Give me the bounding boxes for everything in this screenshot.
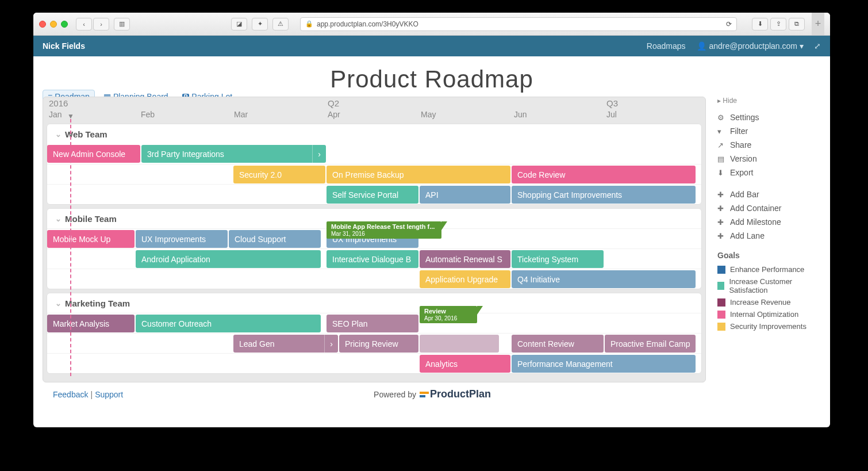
minimize-window-icon[interactable] [50, 21, 57, 28]
milestone-review[interactable]: ReviewApr 30, 2016 [420, 306, 477, 323]
lane-header[interactable]: ⌄Marketing Team [47, 293, 701, 313]
bar-proactive-email[interactable]: Proactive Email Camp [605, 335, 696, 353]
share-icon: ↗ [717, 141, 725, 150]
back-button[interactable]: ‹ [76, 18, 92, 30]
fullscreen-icon[interactable]: ⤢ [814, 41, 821, 51]
bar-market-analysis[interactable]: Market Analysis [47, 315, 135, 332]
bar-content-review[interactable]: Content Review [512, 335, 604, 353]
bar-spacer [420, 335, 499, 353]
bar-performance-mgmt[interactable]: Performance Management [512, 355, 696, 373]
goal-item[interactable]: Internal Optimization [717, 308, 821, 320]
tabs-icon[interactable]: ⧉ [789, 18, 805, 30]
month-label: Jan [49, 110, 62, 119]
bar-security-2[interactable]: Security 2.0 [233, 166, 325, 183]
filter-link[interactable]: ▾Filter [717, 124, 821, 138]
add-container-link[interactable]: ✚Add Container [717, 201, 821, 215]
close-window-icon[interactable] [39, 21, 46, 28]
bar-lead-gen[interactable]: Lead Gen› [233, 335, 338, 353]
bar-ux-improvements-1[interactable]: UX Improvements [136, 230, 228, 248]
timeline: 2016 Q2 Q3 Jan Feb Mar Apr May Jun Jul ⌄… [43, 97, 706, 382]
bar-mobile-mock-up[interactable]: Mobile Mock Up [47, 230, 135, 248]
share-icon[interactable]: ⇪ [770, 18, 786, 30]
forward-button[interactable]: › [93, 18, 109, 30]
chevron-right-icon: › [324, 335, 338, 353]
user-icon: 👤 [697, 41, 706, 51]
bar-application-upgrade[interactable]: Application Upgrade [420, 270, 510, 288]
bar-api[interactable]: API [420, 186, 510, 204]
bar-cloud-support[interactable]: Cloud Support [229, 230, 321, 248]
goal-item[interactable]: Increase Customer Satisfaction [717, 275, 821, 296]
quarter-label: Q3 [606, 98, 618, 108]
timeline-header: 2016 Q2 Q3 Jan Feb Mar Apr May Jun Jul [43, 97, 705, 122]
bar-android-app[interactable]: Android Application [136, 250, 321, 268]
hide-panel-link[interactable]: ▸ Hide [717, 97, 821, 105]
export-link[interactable]: ⬇Export [717, 166, 821, 179]
goal-item[interactable]: Increase Revenue [717, 296, 821, 308]
month-label: Apr [328, 110, 340, 119]
gear-icon: ⚙ [717, 113, 725, 122]
goal-swatch [717, 323, 725, 331]
account-menu[interactable]: 👤 andre@productplan.com ▾ [697, 41, 804, 51]
goals-heading: Goals [717, 251, 821, 260]
plus-icon: ✚ [717, 232, 725, 240]
plus-icon: ✚ [717, 204, 725, 213]
support-link[interactable]: Support [95, 390, 123, 399]
bar-pricing-review[interactable]: Pricing Review [339, 335, 418, 353]
bar-new-admin-console[interactable]: New Admin Console [47, 145, 140, 163]
bar-self-service-portal[interactable]: Self Service Portal [327, 186, 418, 204]
wand-icon[interactable]: ✦ [252, 18, 268, 30]
month-label: Feb [141, 110, 155, 119]
today-marker [70, 119, 71, 376]
bar-code-review[interactable]: Code Review [512, 166, 696, 183]
add-milestone-link[interactable]: ✚Add Milestone [717, 215, 821, 229]
new-tab-button[interactable]: + [812, 13, 824, 35]
version-icon: ▤ [717, 155, 725, 163]
powered-by-label: Powered by [374, 390, 416, 399]
owner-name: Nick Fields [43, 41, 85, 51]
version-link[interactable]: ▤Version [717, 152, 821, 166]
bar-analytics[interactable]: Analytics [420, 355, 510, 373]
address-bar[interactable]: 🔒 app.productplan.com/3H0yVKKO ⟳ [300, 17, 737, 31]
bar-on-premise-backup[interactable]: On Premise Backup [327, 166, 510, 183]
year-label: 2016 [49, 98, 68, 108]
bar-ticketing-system[interactable]: Ticketing System [512, 250, 604, 268]
bar-seo-plan[interactable]: SEO Plan [327, 315, 418, 332]
reader-icon[interactable]: ◪ [231, 18, 247, 30]
add-lane-link[interactable]: ✚Add Lane [717, 229, 821, 243]
bar-shopping-cart-improvements[interactable]: Shopping Cart Improvements [512, 186, 696, 204]
feedback-link[interactable]: Feedback [53, 390, 88, 399]
productplan-logo[interactable]: ProductPlan [420, 388, 491, 400]
roadmaps-link[interactable]: Roadmaps [647, 41, 686, 51]
bar-q4-initiative[interactable]: Q4 Initiative [512, 270, 696, 288]
goal-item[interactable]: Security Improvements [717, 320, 821, 332]
bar-interactive-dialogue[interactable]: Interactive Dialogue B [327, 250, 418, 268]
goal-swatch [717, 311, 725, 319]
account-email: andre@productplan.com [709, 41, 797, 51]
reload-icon[interactable]: ⟳ [726, 20, 732, 28]
lane-header[interactable]: ⌄Web Team [47, 124, 701, 144]
page-title: Product Roadmap [43, 66, 821, 93]
filter-icon: ▾ [717, 127, 725, 136]
chevron-right-icon: › [312, 145, 326, 163]
window-controls [39, 21, 68, 28]
footer: Feedback | Support Powered by ProductPla… [43, 382, 821, 406]
plus-icon: ✚ [717, 218, 725, 227]
month-label: Jun [514, 110, 527, 119]
download-icon[interactable]: ⬇ [752, 18, 768, 30]
month-label: Mar [234, 110, 248, 119]
warning-icon[interactable]: ⚠ [272, 18, 289, 30]
share-link[interactable]: ↗Share [717, 138, 821, 152]
download-icon: ⬇ [717, 169, 725, 177]
bar-customer-outreach[interactable]: Customer Outreach [136, 315, 321, 332]
add-bar-link[interactable]: ✚Add Bar [717, 187, 821, 201]
settings-link[interactable]: ⚙Settings [717, 110, 821, 124]
goal-item[interactable]: Enhance Performance [717, 263, 821, 275]
chevron-down-icon: ⌄ [55, 130, 62, 139]
bar-3rd-party-integrations[interactable]: 3rd Party Integrations› [141, 145, 326, 163]
lane-web-team: ⌄Web Team New Admin Console 3rd Party In… [47, 124, 702, 205]
plus-icon: ✚ [717, 190, 725, 199]
milestone-mobile-release[interactable]: Mobile App Release Test length f...Mar 3… [327, 221, 441, 239]
sidebar-toggle-icon[interactable]: ▥ [114, 18, 130, 30]
maximize-window-icon[interactable] [61, 21, 68, 28]
bar-automatic-renewal[interactable]: Automatic Renewal S [420, 250, 510, 268]
